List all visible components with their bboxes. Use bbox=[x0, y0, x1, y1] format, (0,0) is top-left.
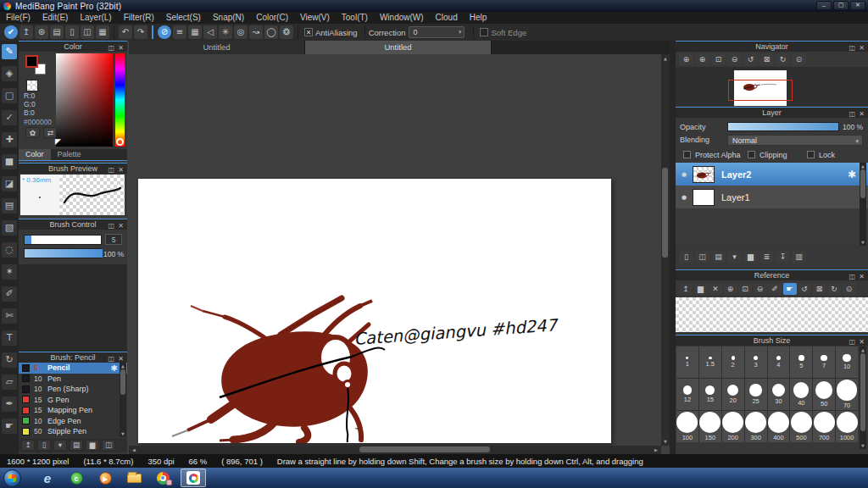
popout-icon[interactable]: ◫ bbox=[849, 271, 855, 282]
gear-icon[interactable]: ✱ bbox=[848, 169, 856, 180]
transfer-layer-icon[interactable]: ↧ bbox=[776, 251, 790, 263]
color-tab[interactable]: Palette bbox=[51, 149, 88, 160]
add-brush-menu-icon[interactable]: ▾ bbox=[53, 440, 67, 451]
menu-item[interactable]: File(F) bbox=[0, 12, 36, 24]
rotate-left-icon[interactable]: ↺ bbox=[743, 53, 758, 65]
maximize-button[interactable]: ▢ bbox=[833, 1, 849, 10]
close-icon[interactable]: ✕ bbox=[118, 42, 124, 53]
bucket-tool[interactable]: ◪ bbox=[2, 176, 17, 191]
brush-list-item[interactable]: 50 Stipple Pen ✱ bbox=[19, 426, 127, 437]
divide-tool[interactable]: ▱ bbox=[2, 374, 17, 390]
layer-property-icon[interactable]: ▤ bbox=[711, 251, 726, 263]
move-tool[interactable]: ✚ bbox=[2, 132, 17, 147]
brush-size-cell[interactable]: 7 bbox=[813, 347, 835, 378]
save-icon[interactable]: ✔ bbox=[4, 25, 18, 39]
scroll-up-icon[interactable]: ▲ bbox=[120, 363, 126, 369]
zoom-out-icon[interactable]: ⊖ bbox=[727, 53, 742, 65]
select-eraser-tool[interactable]: ✄ bbox=[2, 308, 17, 324]
merge-layer-icon[interactable]: ≣ bbox=[760, 251, 774, 263]
popout-icon[interactable]: ◫ bbox=[849, 108, 855, 119]
eraser-tool[interactable]: ◈ bbox=[2, 66, 17, 81]
hue-slider[interactable] bbox=[115, 53, 125, 147]
redo-icon[interactable]: ↷ bbox=[134, 25, 147, 39]
hue-cursor[interactable] bbox=[116, 138, 124, 146]
scroll-thumb[interactable] bbox=[662, 168, 668, 258]
snap-settings-icon[interactable]: ❂ bbox=[280, 25, 293, 39]
brush-size-cell[interactable]: 300 bbox=[745, 411, 767, 442]
cloud-brush-icon[interactable]: ↥ bbox=[21, 440, 35, 451]
layer-list-scrollbar[interactable]: ▲ ▼ bbox=[860, 163, 866, 246]
close-button[interactable]: ✕ bbox=[850, 1, 865, 10]
layer-row-layer2[interactable]: ● Layer2 ✱ bbox=[676, 163, 868, 186]
snap-vanishing-icon[interactable]: ◁ bbox=[203, 25, 217, 39]
transparent-color-swatch[interactable] bbox=[26, 80, 38, 92]
ref-clear-icon[interactable]: ✕ bbox=[709, 283, 722, 295]
menu-item[interactable]: Cloud bbox=[430, 12, 464, 24]
brush-size-cell[interactable]: 1 bbox=[676, 347, 698, 378]
lock-checkbox[interactable] bbox=[807, 151, 815, 158]
ref-cloud-icon[interactable]: ↥ bbox=[679, 283, 693, 295]
scroll-up-icon[interactable]: ▲ bbox=[661, 56, 670, 61]
brush-size-cell[interactable]: 3 bbox=[745, 347, 767, 378]
zoom-100-icon[interactable]: ⊕ bbox=[679, 53, 693, 65]
snap-concentric-icon[interactable]: ◎ bbox=[234, 25, 248, 39]
gradient-tool[interactable]: ▤ bbox=[2, 198, 17, 214]
menu-item[interactable]: Tool(T) bbox=[336, 12, 374, 24]
palette-add-icon[interactable]: ✿ bbox=[25, 127, 40, 138]
brush-list-item[interactable]: 10 Edge Pen ✱ bbox=[19, 416, 127, 427]
snap-radial-icon[interactable]: ✳ bbox=[219, 25, 232, 39]
hand-tool[interactable]: ☛ bbox=[2, 419, 17, 434]
select-tool[interactable]: ▧ bbox=[2, 220, 17, 236]
correction-dropdown[interactable]: 0 ▾ bbox=[409, 26, 465, 38]
foreground-color-swatch[interactable] bbox=[25, 55, 38, 68]
brush-size-cell[interactable]: 70 bbox=[836, 379, 858, 410]
duplicate-layer-icon[interactable]: ◫ bbox=[695, 251, 709, 263]
soft-edge-checkbox[interactable] bbox=[480, 28, 488, 36]
snap-grid-icon[interactable]: ▦ bbox=[188, 25, 202, 39]
menu-item[interactable]: Snap(N) bbox=[207, 12, 250, 24]
menu-item[interactable]: Edit(E) bbox=[36, 12, 75, 24]
taskbar-medibang-active[interactable] bbox=[181, 469, 206, 487]
snap-parallel-icon[interactable]: ≡ bbox=[173, 25, 186, 39]
brush-size-cell[interactable]: 4 bbox=[768, 347, 790, 378]
add-layer-menu-icon[interactable]: ▾ bbox=[727, 251, 742, 263]
saturation-value-picker[interactable] bbox=[56, 53, 113, 147]
scroll-up-icon[interactable]: ▲ bbox=[860, 347, 866, 352]
lasso-tool[interactable]: ◌ bbox=[2, 242, 17, 258]
snap-off-icon[interactable]: ⊘ bbox=[158, 25, 171, 39]
scroll-down-icon[interactable]: ▼ bbox=[120, 431, 126, 436]
clipping-checkbox[interactable] bbox=[748, 151, 755, 158]
scroll-left-icon[interactable]: ◀ bbox=[131, 447, 137, 452]
document-tab[interactable]: Untitled bbox=[129, 41, 305, 54]
brush-list-item[interactable]: 15 G Pen ✱ bbox=[19, 395, 127, 406]
ref-folder-icon[interactable]: ▆ bbox=[694, 283, 708, 295]
delete-layer-icon[interactable]: ▥ bbox=[792, 251, 806, 263]
scroll-down-icon[interactable]: ▼ bbox=[661, 439, 670, 444]
brush-list-item[interactable]: 15 Mapping Pen ✱ bbox=[19, 405, 127, 416]
layout-icon[interactable]: ◫ bbox=[81, 25, 94, 39]
layer-folder-icon[interactable]: ▆ bbox=[743, 251, 758, 263]
taskbar-coccoc[interactable]: c bbox=[62, 469, 91, 487]
popout-icon[interactable]: ◫ bbox=[849, 42, 855, 53]
brush-size-cell[interactable]: 15 bbox=[699, 379, 721, 410]
popout-icon[interactable]: ◫ bbox=[108, 220, 114, 231]
shape-brush-tool[interactable]: ▢ bbox=[2, 88, 17, 103]
brush-size-cell[interactable]: 100 bbox=[676, 411, 698, 442]
text-tool[interactable]: T bbox=[2, 330, 17, 346]
brush-size-cell[interactable]: 1.5 bbox=[699, 347, 721, 378]
brush-size-cell[interactable]: 2 bbox=[722, 347, 744, 378]
brush-size-cell[interactable]: 500 bbox=[790, 411, 812, 442]
navigator-thumbnail[interactable] bbox=[676, 67, 868, 106]
new-layer-icon[interactable]: ▯ bbox=[679, 251, 693, 263]
brush-size-cell[interactable]: 50 bbox=[813, 379, 835, 410]
brush-size-cell[interactable]: 400 bbox=[768, 411, 790, 442]
new-brush-icon[interactable]: ▯ bbox=[37, 440, 51, 451]
brush-size-cell[interactable]: 1000 bbox=[836, 411, 858, 442]
brush-size-cell[interactable]: 40 bbox=[790, 379, 812, 410]
brush-size-cell[interactable]: 5 bbox=[790, 347, 812, 378]
menu-item[interactable]: Select(S) bbox=[160, 12, 207, 24]
taskbar-ie[interactable]: e bbox=[33, 469, 62, 487]
menu-item[interactable]: View(V) bbox=[294, 12, 336, 24]
brush-size-cell[interactable]: 12 bbox=[676, 379, 698, 410]
brush-size-cell[interactable]: 20 bbox=[722, 379, 744, 410]
